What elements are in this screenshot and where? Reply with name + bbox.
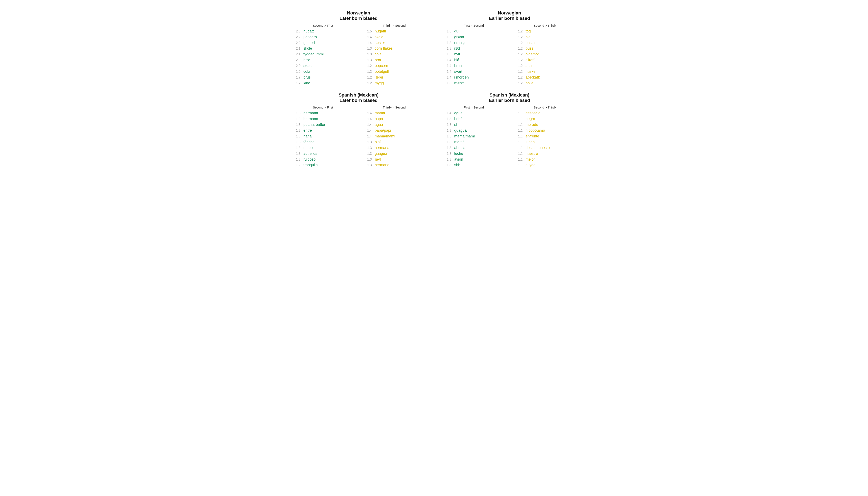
word: bolle xyxy=(523,80,533,86)
list-item: 1.6gul xyxy=(442,29,505,34)
value: 1.2 xyxy=(514,46,523,51)
word: despacio xyxy=(523,110,540,116)
list-item: 1.3¡ay! xyxy=(363,157,426,162)
column-spa-later-b: Third+ > Second1.4mamá1.4papá1.4agua1.4p… xyxy=(363,106,426,168)
list-item: 1.3abuela xyxy=(442,145,505,151)
list-item: 1.2tranquilo xyxy=(291,162,354,168)
word: hermana xyxy=(300,110,318,116)
panel-nor-later: NorwegianLater born biasedSecond > First… xyxy=(291,8,426,86)
word: peanut butter xyxy=(300,122,325,128)
panel-columns: Second > First1.8hermana1.8hermano1.3pea… xyxy=(291,106,426,168)
panel-title: NorwegianLater born biased xyxy=(291,10,426,21)
column-spa-earlier-a: First > Second1.4agua1.3bebé1.3sí1.3guag… xyxy=(442,106,505,168)
list-item: 1.5oransje xyxy=(442,40,505,46)
word: potetgull xyxy=(372,69,389,75)
list-item: 1.3fábrica xyxy=(291,139,354,145)
word: pipí xyxy=(372,139,381,145)
list-item: 1.2sjiraff xyxy=(514,57,577,63)
word-list: 1.6gul1.5grønn1.5oransje1.5rød1.5hvit1.4… xyxy=(442,29,505,86)
list-item: 1.5rød xyxy=(442,46,505,51)
word: cola xyxy=(372,51,382,57)
list-item: 1.2blå xyxy=(514,34,577,40)
word: negro xyxy=(523,116,535,122)
value: 1.2 xyxy=(514,75,523,80)
value: 1.1 xyxy=(514,151,523,156)
list-item: 1.3avión xyxy=(442,157,505,162)
value: 1.1 xyxy=(514,111,523,116)
word-list: 1.1despacio1.1negro1.1morado1.1hipopótam… xyxy=(514,110,577,168)
word: svart xyxy=(451,69,462,75)
panel-title-line2: Later born biased xyxy=(291,98,426,103)
list-item: 1.4skole xyxy=(363,34,426,40)
list-item: 2.0søster xyxy=(291,63,354,69)
value: 1.2 xyxy=(514,29,523,34)
word: aquellos xyxy=(300,151,317,157)
word-list: 1.4agua1.3bebé1.3sí1.3guaguá1.3mamá/mami… xyxy=(442,110,505,168)
panel-title-line1: Spanish (Mexican) xyxy=(291,92,426,98)
word: enfrente xyxy=(523,134,539,139)
list-item: 1.1luego xyxy=(514,139,577,145)
list-item: 1.4agua xyxy=(442,110,505,116)
panel-title-line1: Spanish (Mexican) xyxy=(442,92,577,98)
list-item: 1.4papá/papi xyxy=(363,128,426,134)
value: 1.4 xyxy=(442,111,451,116)
word: nugatti xyxy=(300,29,314,34)
word: tyggegummi xyxy=(300,51,324,57)
value: 1.3 xyxy=(291,157,300,162)
value: 1.5 xyxy=(442,41,451,46)
list-item: 1.1negro xyxy=(514,116,577,122)
value: 1.1 xyxy=(514,145,523,151)
word-list: 1.8hermana1.8hermano1.3peanut butter1.3e… xyxy=(291,110,354,168)
list-item: 1.9cola xyxy=(291,69,354,75)
list-item: 1.4brun xyxy=(442,63,505,69)
word: ¡ay! xyxy=(372,157,381,162)
value: 1.7 xyxy=(291,75,300,80)
value: 1.4 xyxy=(442,58,451,63)
value: 1.2 xyxy=(514,81,523,86)
word: guaguá xyxy=(451,128,467,134)
word: luego xyxy=(523,139,534,145)
value: 1.2 xyxy=(363,63,372,68)
word: pasta xyxy=(523,40,534,46)
word: godteri xyxy=(300,40,315,46)
list-item: 1.3mamá xyxy=(442,139,505,145)
column-nor-later-a: Second > First2.3nugatti2.2popcorn2.2god… xyxy=(291,24,354,86)
list-item: 1.4i morgen xyxy=(442,75,505,80)
list-item: 1.2mygg xyxy=(363,80,426,86)
column-header: Third+ > Second xyxy=(363,24,426,27)
value: 1.4 xyxy=(442,75,451,80)
list-item: 2.1tyggegummi xyxy=(291,51,354,57)
list-item: 1.1enfrente xyxy=(514,134,577,139)
panel-spa-later: Spanish (Mexican)Later born biasedSecond… xyxy=(291,90,426,168)
value: 1.2 xyxy=(514,52,523,57)
list-item: 1.7brus xyxy=(291,75,354,80)
value: 1.2 xyxy=(514,63,523,68)
word: hermana xyxy=(372,145,389,151)
list-item: 1.3aquellos xyxy=(291,151,354,157)
word: blå xyxy=(523,34,530,40)
word-list: 1.2tog1.2blå1.2pasta1.2buss1.2oldemor1.2… xyxy=(514,29,577,86)
value: 1.5 xyxy=(363,29,372,34)
list-item: 1.2popcorn xyxy=(363,63,426,69)
word: bror xyxy=(300,57,310,63)
list-item: 1.2pasta xyxy=(514,40,577,46)
value: 1.3 xyxy=(291,145,300,151)
list-item: 1.3hermano xyxy=(363,162,426,168)
column-header: Second > Third+ xyxy=(514,106,577,109)
value: 1.3 xyxy=(442,162,451,168)
column-nor-earlier-b: Second > Third+1.2tog1.2blå1.2pasta1.2bu… xyxy=(514,24,577,86)
word: grønn xyxy=(451,34,464,40)
column-nor-later-b: Third+ > Second1.5nugatti1.4skole1.4søst… xyxy=(363,24,426,86)
value: 1.4 xyxy=(363,122,372,127)
word: mejor xyxy=(523,157,535,162)
list-item: 2.2popcorn xyxy=(291,34,354,40)
value: 1.3 xyxy=(363,140,372,145)
word: entre xyxy=(300,128,312,134)
value: 1.3 xyxy=(291,151,300,156)
list-item: 1.3nana xyxy=(291,134,354,139)
word: suyos xyxy=(523,162,535,168)
list-item: 1.1descompuesto xyxy=(514,145,577,151)
list-item: 1.3corn flakes xyxy=(363,46,426,51)
panel-title: Spanish (Mexican)Later born biased xyxy=(291,92,426,103)
list-item: 1.1mejor xyxy=(514,157,577,162)
